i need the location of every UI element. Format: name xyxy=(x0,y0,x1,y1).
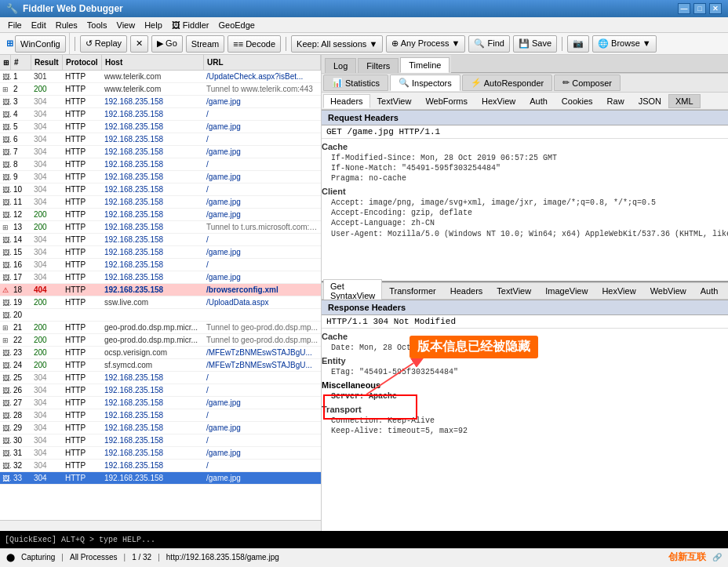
table-row[interactable]: ⊞ 22 200 HTTP geo-prod.do.dsp.mp.micr...… xyxy=(0,334,321,347)
row-url: Tunnel to t.urs.microsoft.com:443 xyxy=(204,223,321,231)
find-button[interactable]: 🔍 Find xyxy=(468,35,509,53)
remove-button[interactable]: ✕ xyxy=(130,35,148,53)
row-host: 192.168.235.158 xyxy=(102,198,204,206)
tab-autoresponder[interactable]: ⚡ AutoResponder xyxy=(462,75,552,91)
browse-button[interactable]: 🌐 Browse ▼ xyxy=(592,35,657,53)
table-row[interactable]: ⊞ 2 200 HTTP www.telerik.com Tunnel to w… xyxy=(0,83,321,96)
table-row[interactable]: 🖼 5 304 HTTP 192.168.235.158 /game.jpg xyxy=(0,121,321,133)
menu-rules[interactable]: Rules xyxy=(51,19,82,31)
table-row[interactable]: 🖼 7 304 HTTP 192.168.235.158 /game.jpg xyxy=(0,146,321,158)
go-button[interactable]: ▶ Go xyxy=(151,35,183,53)
tab-statistics[interactable]: 📊 Statistics xyxy=(323,75,388,91)
table-row[interactable]: 🖼 10 304 HTTP 192.168.235.158 / xyxy=(0,184,321,196)
table-row[interactable]: ⊞ 13 200 HTTP 192.168.235.158 Tunnel to … xyxy=(0,221,321,234)
screenshot-button[interactable]: 📷 xyxy=(567,35,589,53)
table-row[interactable]: 🖼 19 200 HTTP ssw.live.com /UploadData.a… xyxy=(0,296,321,309)
row-result: 304 xyxy=(31,386,63,394)
table-row[interactable]: 🖼 17 304 HTTP 192.168.235.158 /game.jpg xyxy=(0,271,321,284)
minimize-button[interactable]: — xyxy=(678,3,690,14)
table-row[interactable]: 🖼 25 304 HTTP 192.168.235.158 / xyxy=(0,372,321,384)
tab-json[interactable]: JSON xyxy=(632,94,668,108)
tab-raw[interactable]: Raw xyxy=(600,94,632,108)
status-sep2: | xyxy=(124,553,126,562)
keep-sessions-dropdown[interactable]: Keep: All sessions ▼ xyxy=(291,35,383,53)
tab-timeline[interactable]: Timeline xyxy=(400,57,450,73)
winconfig-button[interactable]: WinConfig xyxy=(15,35,66,53)
row-icon: 🖼 xyxy=(0,135,11,144)
menu-fiddler[interactable]: 🖼 Fiddler xyxy=(167,19,214,31)
tab-auth[interactable]: Auth xyxy=(522,94,555,108)
app-title: Fiddler Web Debugger xyxy=(23,3,123,14)
table-row[interactable]: 🖼 14 304 HTTP 192.168.235.158 / xyxy=(0,234,321,246)
stream-button[interactable]: Stream xyxy=(186,35,224,53)
menu-geoedge[interactable]: GeoEdge xyxy=(213,19,259,31)
table-row[interactable]: 🖼 1 301 HTTP www.telerik.com /UpdateChec… xyxy=(0,71,321,83)
table-row[interactable]: 🖼 26 304 HTTP 192.168.235.158 / xyxy=(0,384,321,397)
menu-view[interactable]: View xyxy=(112,19,140,31)
row-url: / xyxy=(204,260,321,269)
table-row[interactable]: 🖼 33 304 HTTP 192.168.235.158 /game.jpg xyxy=(0,472,321,485)
table-row[interactable]: 🖼 6 304 HTTP 192.168.235.158 / xyxy=(0,133,321,146)
table-row[interactable]: 🖼 15 304 HTTP 192.168.235.158 /game.jpg xyxy=(0,246,321,259)
bottom-tab-headers[interactable]: Headers xyxy=(443,284,490,298)
bottom-tab-caching[interactable]: Caching xyxy=(725,284,728,298)
table-row[interactable]: 🖼 16 304 HTTP 192.168.235.158 / xyxy=(0,259,321,271)
row-url: Tunnel to geo-prod.do.dsp.mp... xyxy=(204,323,321,332)
save-button[interactable]: 💾 Save xyxy=(513,35,557,53)
table-row[interactable]: 🖼 4 304 HTTP 192.168.235.158 / xyxy=(0,108,321,121)
table-row[interactable]: ⚠ 18 404 HTTP 192.168.235.158 /browserco… xyxy=(0,284,321,296)
decode-button[interactable]: ≡≡ Decode xyxy=(228,35,281,53)
tab-composer[interactable]: ✏ Composer xyxy=(554,75,621,91)
status-url: http://192.168.235.158/game.jpg xyxy=(166,553,279,562)
bottom-tab-webview[interactable]: WebView xyxy=(643,284,693,298)
table-row[interactable]: 🖼 28 304 HTTP 192.168.235.158 / xyxy=(0,409,321,422)
table-row[interactable]: 🖼 24 200 HTTP sf.symcd.com /MFEwTzBNMEsw… xyxy=(0,359,321,372)
table-row[interactable]: 🖼 9 304 HTTP 192.168.235.158 /game.jpg xyxy=(0,171,321,184)
table-row[interactable]: ⊞ 21 200 HTTP geo-prod.do.dsp.mp.micr...… xyxy=(0,322,321,334)
table-row[interactable]: 🖼 27 304 HTTP 192.168.235.158 /game.jpg xyxy=(0,397,321,409)
row-num: 29 xyxy=(11,423,31,432)
tab-log[interactable]: Log xyxy=(325,58,356,73)
table-row[interactable]: 🖼 30 304 HTTP 192.168.235.158 / xyxy=(0,434,321,447)
any-process-dropdown[interactable]: ⊕ Any Process ▼ xyxy=(386,35,465,53)
table-row[interactable]: 🖼 31 304 HTTP 192.168.235.158 /game.jpg xyxy=(0,447,321,460)
menu-file[interactable]: File xyxy=(3,19,27,31)
row-protocol: HTTP xyxy=(63,122,102,131)
table-row[interactable]: 🖼 29 304 HTTP 192.168.235.158 /game.jpg xyxy=(0,422,321,434)
tab-cookies[interactable]: Cookies xyxy=(555,94,600,108)
table-row[interactable]: 🖼 12 200 HTTP 192.168.235.158 /game.jpg xyxy=(0,209,321,221)
bottom-tab-textview[interactable]: TextView xyxy=(490,284,538,298)
tab-headers[interactable]: Headers xyxy=(323,94,370,108)
bottom-tab-imageview[interactable]: ImageView xyxy=(538,284,595,298)
bottom-tab-auth[interactable]: Auth xyxy=(693,284,726,298)
tab-textview[interactable]: TextView xyxy=(370,94,419,108)
tab-xml[interactable]: XML xyxy=(668,94,701,108)
table-row[interactable]: 🖼 23 200 HTTP ocsp.verisign.com /MFEwTzB… xyxy=(0,347,321,359)
sessions-hscroll[interactable] xyxy=(0,520,321,531)
row-url: /game.jpg xyxy=(204,474,321,482)
row-host: 192.168.235.158 xyxy=(102,210,204,219)
tab-webforms[interactable]: WebForms xyxy=(418,94,475,108)
close-button[interactable]: ✕ xyxy=(709,3,722,14)
table-row[interactable]: 🖼 20 xyxy=(0,309,321,322)
bottom-tab-hexview[interactable]: HexView xyxy=(595,284,642,298)
row-host: 192.168.235.158 xyxy=(102,173,204,181)
row-url: /browserconfig.xml xyxy=(204,285,321,294)
maximize-button[interactable]: □ xyxy=(693,3,706,14)
row-host: 192.168.235.158 xyxy=(102,97,204,106)
table-row[interactable]: 🖼 8 304 HTTP 192.168.235.158 / xyxy=(0,158,321,171)
bottom-tab-transformer[interactable]: Transformer xyxy=(382,284,443,298)
table-row[interactable]: 🖼 3 304 HTTP 192.168.235.158 /game.jpg xyxy=(0,96,321,108)
menu-tools[interactable]: Tools xyxy=(82,19,112,31)
table-row[interactable]: 🖼 11 304 HTTP 192.168.235.158 /game.jpg xyxy=(0,196,321,209)
replay-button[interactable]: ↺ Replay xyxy=(80,35,127,53)
response-header-group-title: Cache xyxy=(322,329,728,343)
menu-edit[interactable]: Edit xyxy=(27,19,51,31)
tab-filters[interactable]: Filters xyxy=(358,58,399,73)
menu-help[interactable]: Help xyxy=(140,19,167,31)
toolbar-sep-3 xyxy=(562,37,562,51)
response-header-item: Connection: Keep-Alive xyxy=(322,416,728,426)
tab-inspectors[interactable]: 🔍 Inspectors xyxy=(390,75,460,91)
tab-hexview[interactable]: HexView xyxy=(475,94,522,108)
table-row[interactable]: 🖼 32 304 HTTP 192.168.235.158 / xyxy=(0,460,321,472)
